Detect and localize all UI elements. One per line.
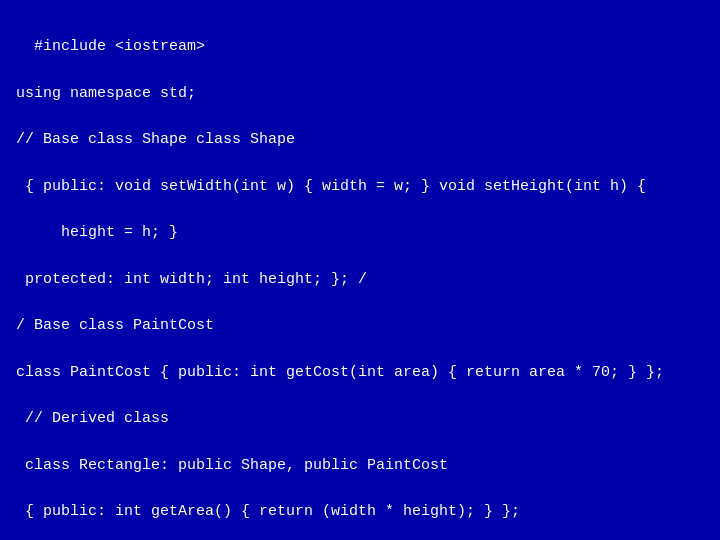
code-line-1: #include <iostream> [34,38,205,55]
code-line-2: using namespace std; [16,85,196,102]
code-line-11: { public: int getArea() { return (width … [16,503,520,520]
code-line-8: class PaintCost { public: int getCost(in… [16,364,664,381]
code-line-9: // Derived class [16,410,169,427]
code-line-4: { public: void setWidth(int w) { width =… [16,178,646,195]
code-line-6: protected: int width; int height; }; / [16,271,367,288]
code-line-3: // Base class Shape class Shape [16,131,295,148]
code-block: #include <iostream> using namespace std;… [0,0,720,540]
code-line-5: height = h; } [16,224,178,241]
code-line-10: class Rectangle: public Shape, public Pa… [16,457,448,474]
code-line-7: / Base class PaintCost [16,317,214,334]
